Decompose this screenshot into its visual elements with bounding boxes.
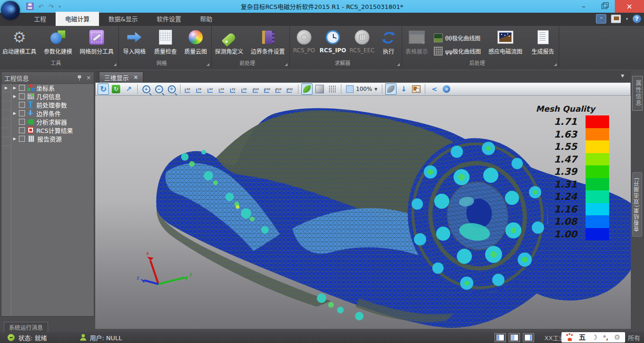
system-message-tab[interactable]: 系统运行消息 [4, 322, 48, 332]
zoom-level-dropdown[interactable]: 100% ▼ [344, 85, 379, 93]
ime-logo-icon[interactable] [566, 334, 573, 341]
checkbox[interactable] [19, 93, 25, 99]
view-iso1-button[interactable]: zyx [251, 84, 261, 94]
psi-curve-button[interactable]: ψψ极化曲线图 [431, 45, 484, 57]
checkbox[interactable] [19, 110, 25, 116]
view-zx3-button[interactable]: zx [240, 84, 250, 94]
checkbox[interactable] [19, 127, 25, 133]
view-xz-button[interactable]: xz [183, 84, 193, 94]
display-style-dropdown-icon[interactable]: ▾ [626, 16, 628, 21]
view-iso4-button[interactable]: zxy [285, 84, 295, 94]
probe-angle-button[interactable]: 探测角定义 [212, 28, 247, 55]
group-launcher-tools[interactable] [114, 63, 116, 66]
checkbox[interactable] [19, 119, 25, 125]
layout-split-panel-button[interactable] [509, 333, 520, 342]
mesh-display-button[interactable] [385, 83, 396, 95]
pin-icon[interactable] [77, 75, 82, 81]
zoom-out-button[interactable]: − [153, 83, 165, 95]
group-launcher-mesh[interactable] [206, 63, 209, 66]
expander-icon[interactable]: ▶ [12, 94, 17, 98]
panel-close-icon[interactable]: × [86, 75, 91, 81]
mesh-tool-button[interactable]: 网格剖分工具 [77, 28, 116, 55]
quality-cloud-button[interactable]: 质量云图 [181, 28, 210, 55]
tab-project[interactable]: 工程 [25, 12, 56, 26]
launch-modeling-button[interactable]: ⚙ 启动建模工具 [0, 28, 39, 55]
view-zx-button[interactable]: zx [195, 84, 205, 94]
quality-check-button[interactable]: 质量检查 [150, 28, 181, 55]
rcs-ipo-button[interactable]: RCS_IPO [318, 28, 347, 54]
rcs-eec-button[interactable]: RCS_EEC [347, 28, 377, 54]
points-display-button[interactable] [327, 83, 338, 95]
group-launcher-preprocess[interactable] [285, 63, 288, 66]
zoom-fit-button[interactable]: ✛ [166, 83, 177, 95]
tree-item-rcs-results[interactable]: RCS计算结果 [11, 126, 94, 134]
restore-button[interactable] [594, 0, 615, 13]
tree-item-report-resources[interactable]: ▶ 报告资源 [11, 134, 94, 143]
app-logo-icon[interactable] [1, 1, 20, 20]
tree-item-solver[interactable]: 分析求解器 [11, 117, 94, 126]
tab-help[interactable]: 帮助 [190, 12, 222, 26]
layout-right-panel-button[interactable] [523, 333, 534, 342]
zoom-in-button[interactable]: + [140, 83, 152, 95]
induced-current-map-button[interactable]: 感应电磁流图 [484, 28, 527, 55]
ime-toolbar: 五 ☽ °, ⚙ [561, 332, 625, 343]
group-launcher-solver[interactable] [397, 63, 400, 66]
tab-settings[interactable]: 软件设置 [147, 12, 190, 26]
view-zx2-button[interactable]: zx [217, 84, 227, 94]
ime-moon-icon[interactable]: ☽ [592, 334, 598, 341]
group-launcher-postprocess[interactable] [554, 63, 557, 66]
pan-tool-button[interactable]: ↗ [123, 83, 134, 95]
boundary-settings-button[interactable]: 边界条件设置 [247, 28, 289, 55]
tree-item-boundary-conditions[interactable]: ▶ 边界条件 [11, 109, 94, 117]
checkbox[interactable] [19, 102, 25, 108]
import-view-button[interactable]: ↓ [398, 83, 409, 95]
tab-list-dropdown-icon[interactable]: ▼ [621, 74, 624, 78]
checkbox[interactable] [19, 85, 25, 91]
rcs-po-button[interactable]: RCS_PO [290, 28, 318, 54]
strip-expander[interactable]: ▶ [1, 83, 11, 92]
table-display-button[interactable]: 表格展示 [402, 28, 431, 55]
view-iso2-button[interactable]: yxz [263, 84, 272, 94]
view-zy-button[interactable]: zy [229, 84, 239, 94]
close-view-button[interactable]: ✕ [441, 83, 452, 95]
layout-left-panel-button[interactable] [495, 333, 506, 342]
parametric-modeling-button[interactable]: 参数化建模 [39, 28, 77, 55]
minimize-button[interactable]: – [573, 0, 594, 13]
expander-icon[interactable]: ▶ [12, 86, 17, 90]
collapse-ribbon-button[interactable]: ⌃ [596, 14, 606, 24]
orbit-tool-button[interactable]: ↻ [110, 83, 122, 95]
tree-item-coordinate-system[interactable]: ▶ 坐标系 [11, 83, 94, 92]
share-view-button[interactable]: < [428, 83, 439, 95]
ribbon-tab-row: 工程 电磁计算 数据&显示 软件设置 帮助 ⌃ ▾ ? [0, 13, 644, 26]
tab-data-display[interactable]: 数据&显示 [99, 12, 147, 26]
help-icon[interactable]: ? [633, 15, 641, 23]
view-xz2-button[interactable]: xz [206, 84, 216, 94]
status-text: 状态: 就绪 [18, 333, 47, 342]
view-iso3-button[interactable]: zyx [274, 84, 284, 94]
ime-settings-icon[interactable]: ⚙ [614, 334, 620, 341]
generate-report-button[interactable]: 生成报告 [527, 28, 559, 55]
import-mesh-button[interactable]: 导入网格 [119, 28, 150, 55]
close-button[interactable]: × [615, 0, 644, 13]
flat-shade-button[interactable] [314, 83, 325, 95]
tab-3d-display[interactable]: 三维显示 × [99, 72, 143, 82]
tree-item-preprocess-params[interactable]: T 前处理参数 [11, 100, 94, 109]
execute-button[interactable]: 执行 [377, 28, 400, 55]
tab-em-compute[interactable]: 电磁计算 [56, 12, 99, 26]
display-style-icon[interactable] [611, 15, 621, 23]
smooth-shade-button[interactable] [301, 83, 313, 95]
tab-close-icon[interactable]: × [133, 74, 138, 81]
window-controls: – × [573, 0, 644, 13]
checkbox[interactable] [19, 136, 25, 142]
copy-view-button[interactable] [411, 83, 422, 95]
ime-mode-button[interactable]: 五 [579, 334, 586, 341]
3d-viewport[interactable]: x y z Mesh Quality 1.71 1.63 1.55 1.47 1… [95, 96, 631, 329]
rotate-tool-button[interactable]: ↻ [98, 83, 109, 95]
theta-curve-button[interactable]: θθ极化曲线图 [431, 32, 484, 43]
expander-icon[interactable]: ▶ [12, 137, 17, 141]
tree-item-geometry-info[interactable]: ▶ 几何信息 [11, 92, 94, 100]
expander-icon[interactable]: ▶ [12, 111, 17, 115]
ime-punctuation-button[interactable]: °, [603, 335, 608, 341]
tab-property-info[interactable]: 属性信息 [632, 76, 643, 111]
tab-view-results[interactable]: 查看结果(双击展开) [632, 172, 642, 237]
